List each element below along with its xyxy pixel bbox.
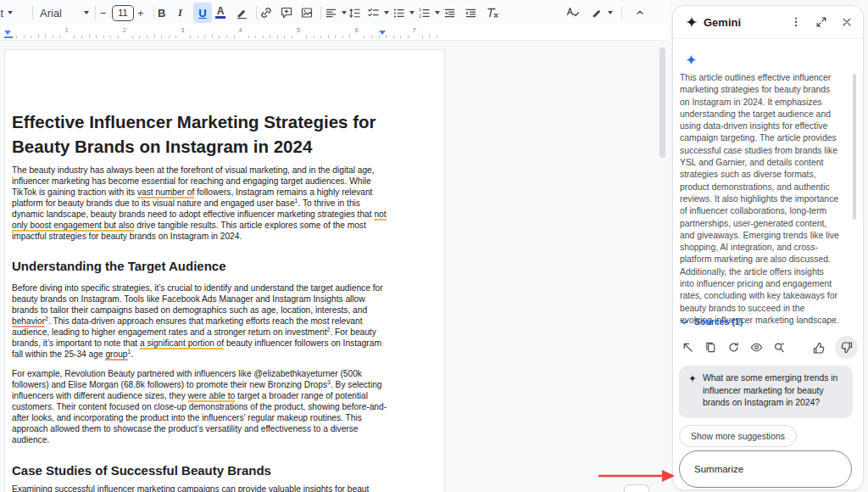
highlight-color-button[interactable] <box>236 3 248 23</box>
editing-mode-button[interactable] <box>591 3 613 23</box>
more-options-button[interactable] <box>787 13 805 31</box>
link-icon <box>259 6 273 20</box>
response-actions <box>680 336 858 359</box>
search-sparkle-icon <box>773 341 786 354</box>
view-response-button[interactable] <box>748 340 764 355</box>
left-indent-marker[interactable] <box>4 31 11 35</box>
toolbar-divider <box>256 6 257 20</box>
bulleted-list-button[interactable] <box>392 3 415 23</box>
chevron-down-icon <box>680 317 689 327</box>
doc-heading-case-studies: Case Studies of Successful Beauty Brands <box>12 462 392 478</box>
arrow-top-left-icon <box>682 341 694 354</box>
toolbar-divider <box>621 6 622 20</box>
document-scrollbar[interactable] <box>659 48 665 158</box>
pencil-icon <box>591 7 604 20</box>
gemini-summary-text: This article outlines effective influenc… <box>680 72 839 327</box>
eye-icon <box>750 341 763 354</box>
expand-panel-button[interactable] <box>812 13 831 31</box>
copy-response-button[interactable] <box>703 340 718 355</box>
add-comment-button[interactable] <box>280 3 293 23</box>
doc-title: Effective Influencer Marketing Strategie… <box>12 109 395 159</box>
gemini-response-sparkle-icon <box>685 53 698 66</box>
gemini-panel: Gemini This article outlines effective i… <box>672 5 864 490</box>
ruler[interactable]: 1234567 <box>0 25 670 41</box>
spelling-check-button[interactable] <box>566 3 580 23</box>
toolbar: xt Arial − 11 + B I U A <box>0 0 670 25</box>
font-dropdown[interactable]: Arial <box>40 3 89 23</box>
chevron-down-icon <box>409 11 415 14</box>
refresh-icon <box>727 341 740 354</box>
sparkle-icon <box>688 374 697 383</box>
chevron-down-icon <box>608 11 613 14</box>
bulleted-list-icon <box>392 7 405 20</box>
close-panel-button[interactable] <box>837 13 856 31</box>
document-page[interactable]: Effective Influencer Marketing Strategie… <box>4 49 445 492</box>
prompt-input-value: Summarize <box>694 464 743 474</box>
font-size-input[interactable]: 11 <box>112 3 134 23</box>
increase-indent-button[interactable] <box>465 3 477 23</box>
checklist-button[interactable] <box>367 3 389 23</box>
svg-text:1: 1 <box>419 8 421 12</box>
checklist-icon <box>367 7 380 20</box>
chevron-down-icon <box>8 11 13 14</box>
line-spacing-button[interactable] <box>348 3 361 23</box>
underline-button[interactable]: U <box>193 3 212 23</box>
suggestion-chip[interactable]: What are some emerging trends in influen… <box>679 366 853 418</box>
gemini-logo-icon <box>685 15 698 29</box>
chevron-down-icon <box>84 11 89 14</box>
outdent-icon <box>443 7 456 20</box>
decrease-font-size-button[interactable]: − <box>100 3 107 23</box>
doc-paragraph-audience: Before diving into specific strategies, … <box>12 282 392 360</box>
decrease-indent-button[interactable] <box>443 3 456 23</box>
insert-link-button[interactable] <box>259 3 273 23</box>
thumbs-down-button[interactable] <box>835 336 858 359</box>
toolbar-divider <box>32 6 33 20</box>
doc-paragraph-intro: The beauty industry has always been at t… <box>12 165 392 242</box>
expand-icon <box>815 16 827 28</box>
thumbs-up-icon <box>812 341 826 355</box>
indent-icon <box>465 7 477 20</box>
font-value: Arial <box>40 7 62 20</box>
sources-label: Sources (1) <box>694 316 743 327</box>
clear-formatting-button[interactable] <box>486 3 499 23</box>
align-left-icon <box>325 7 337 20</box>
retry-response-button[interactable] <box>726 340 741 355</box>
bold-button[interactable]: B <box>158 3 165 23</box>
thumbs-up-button[interactable] <box>811 340 826 355</box>
chevron-down-icon <box>384 11 389 14</box>
hide-menus-button[interactable] <box>634 3 646 23</box>
document-canvas: Effective Influencer Marketing Strategie… <box>0 41 670 492</box>
panel-divider <box>673 38 863 39</box>
toolbar-divider <box>95 6 96 20</box>
refine-response-button[interactable] <box>771 340 787 355</box>
thumbs-down-icon <box>840 341 854 355</box>
highlighter-icon <box>236 7 248 20</box>
right-indent-marker[interactable] <box>379 31 386 35</box>
show-more-suggestions-button[interactable]: Show more suggestions <box>679 425 797 447</box>
doc-paragraph-example: For example, Revolution Beauty partnered… <box>12 368 392 445</box>
clear-formatting-icon <box>486 6 499 20</box>
image-icon <box>300 6 314 20</box>
insert-response-button[interactable] <box>680 340 695 355</box>
text-color-button[interactable]: A <box>215 3 225 23</box>
partial-bottom-control[interactable] <box>624 484 649 492</box>
gemini-prompt-input[interactable]: Summarize <box>679 450 852 488</box>
gemini-scrollbar[interactable] <box>853 74 856 220</box>
align-button[interactable] <box>325 3 347 23</box>
google-docs-window: xt Arial − 11 + B I U A <box>0 0 868 492</box>
sources-toggle[interactable]: Sources (1) <box>680 316 743 327</box>
styles-value: xt <box>0 7 3 20</box>
spellcheck-icon <box>566 6 580 20</box>
styles-dropdown[interactable]: xt <box>0 3 13 23</box>
doc-paragraph-partial: Examining successful influencer marketin… <box>12 484 392 492</box>
numbered-list-button[interactable]: 12 <box>418 3 440 23</box>
insert-image-button[interactable] <box>300 3 314 23</box>
toolbar-divider <box>320 6 321 20</box>
gemini-panel-title: Gemini <box>704 16 741 29</box>
numbered-list-icon: 12 <box>418 7 431 20</box>
left-indent-bar[interactable] <box>4 36 13 39</box>
increase-font-size-button[interactable]: + <box>137 3 144 23</box>
svg-text:2: 2 <box>419 14 421 19</box>
italic-button[interactable]: I <box>178 3 182 23</box>
more-vert-icon <box>790 16 802 28</box>
